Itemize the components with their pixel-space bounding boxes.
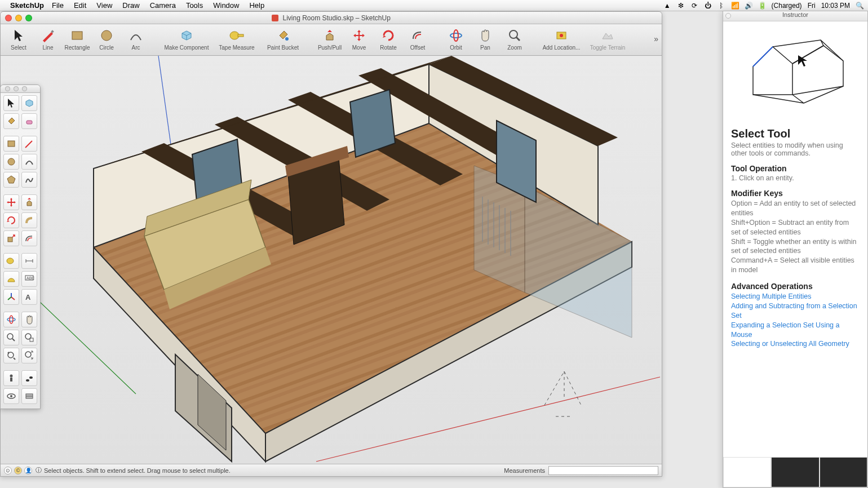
- palette-body: ABC A: [1, 93, 40, 409]
- select-tool-button[interactable]: Select: [4, 26, 33, 51]
- palette-text-button[interactable]: ABC: [21, 271, 37, 287]
- status-credits-icon[interactable]: ©: [14, 467, 22, 474]
- close-window-button[interactable]: [5, 15, 12, 21]
- palette-minimize-button[interactable]: [14, 86, 19, 91]
- pencil-icon: [40, 28, 56, 43]
- power-icon[interactable]: ⏻: [704, 2, 712, 10]
- palette-push-pull-button[interactable]: [21, 194, 37, 210]
- clock-day[interactable]: Fri: [808, 2, 816, 10]
- palette-follow-me-button[interactable]: [21, 212, 37, 228]
- offset-button[interactable]: Offset: [403, 26, 432, 51]
- palette-rectangle-button[interactable]: [3, 136, 19, 152]
- push-pull-button[interactable]: Push/Pull: [315, 26, 344, 51]
- menu-edit[interactable]: Edit: [74, 1, 86, 10]
- rotate-button[interactable]: Rotate: [374, 26, 403, 51]
- palette-walk-button[interactable]: [21, 370, 37, 386]
- timemachine-icon[interactable]: ⟳: [690, 2, 698, 10]
- tape-measure-button[interactable]: Tape Measure: [214, 26, 260, 51]
- palette-arc-button[interactable]: [21, 154, 37, 170]
- make-component-button[interactable]: Make Component: [160, 26, 214, 51]
- spotlight-icon[interactable]: 🔍: [856, 2, 863, 10]
- svg-line-79: [753, 47, 773, 66]
- line-tool-button[interactable]: Line: [33, 26, 63, 51]
- palette-paint-bucket-button[interactable]: [3, 113, 19, 129]
- instructor-titlebar[interactable]: Instructor: [723, 11, 867, 21]
- svg-line-66: [12, 339, 15, 341]
- palette-position-camera-button[interactable]: [3, 370, 19, 386]
- palette-close-button[interactable]: [5, 86, 10, 91]
- main-toolbar: Select Line Rectangle Circle Arc Make Co…: [1, 24, 662, 56]
- palette-circle-button[interactable]: [3, 154, 19, 170]
- circle-tool-button[interactable]: Circle: [92, 26, 121, 51]
- adv-link-multiple-entities[interactable]: Selecting Multiple Entities: [731, 292, 860, 301]
- pan-button[interactable]: Pan: [471, 26, 500, 51]
- menubar-right: ▲ ❇︎ ⟳ ⏻ ᛒ 📶 🔊 🔋 (Charged) Fri 10:03 PM …: [663, 2, 863, 10]
- paint-bucket-button[interactable]: Paint Bucket: [260, 26, 306, 51]
- sync-icon[interactable]: ❇︎: [677, 2, 685, 10]
- toolbar-overflow-icon[interactable]: »: [654, 34, 658, 43]
- toggle-terrain-button[interactable]: Toggle Terrain: [584, 26, 631, 51]
- clock-time[interactable]: 10:03 PM: [821, 2, 850, 10]
- move-button[interactable]: Move: [344, 26, 374, 51]
- palette-zoom-button[interactable]: [22, 86, 27, 91]
- app-title[interactable]: SketchUp: [10, 1, 44, 10]
- svg-point-70: [25, 352, 31, 357]
- document-titlebar[interactable]: Living Room Studio.skp – SketchUp: [1, 12, 662, 24]
- adv-link-select-all[interactable]: Selecting or Unselecting All Geometry: [731, 339, 860, 349]
- model-viewport[interactable]: [1, 56, 662, 464]
- palette-freehand-button[interactable]: [21, 172, 37, 188]
- orbit-button[interactable]: Orbit: [441, 26, 471, 51]
- palette-zoom-extents-button[interactable]: [21, 348, 37, 363]
- menu-camera[interactable]: Camera: [150, 1, 176, 10]
- minimize-window-button[interactable]: [15, 15, 22, 21]
- palette-orbit-button[interactable]: [3, 312, 19, 327]
- zoom-button[interactable]: Zoom: [500, 26, 529, 51]
- menu-window[interactable]: Window: [213, 1, 239, 10]
- palette-select-button[interactable]: [3, 95, 19, 111]
- palette-dimension-button[interactable]: [21, 253, 37, 269]
- palette-pan-button[interactable]: [21, 312, 37, 327]
- svg-point-71: [10, 375, 13, 378]
- help-icon[interactable]: ⓘ: [36, 466, 42, 474]
- palette-titlebar[interactable]: [1, 85, 40, 93]
- measurements-input[interactable]: [548, 466, 658, 475]
- palette-zoom-previous-button[interactable]: [3, 348, 19, 363]
- menu-help[interactable]: Help: [249, 1, 264, 10]
- adv-link-add-subtract[interactable]: Adding and Subtracting from a Selection …: [731, 301, 860, 321]
- palette-line-button[interactable]: [21, 136, 37, 152]
- add-location-button[interactable]: Add Location...: [538, 26, 584, 51]
- instructor-close-button[interactable]: [725, 13, 731, 19]
- svg-rect-1: [72, 32, 82, 39]
- rectangle-tool-button[interactable]: Rectangle: [63, 26, 92, 51]
- palette-rotate-button[interactable]: [3, 212, 19, 228]
- palette-scale-button[interactable]: [3, 230, 19, 246]
- battery-icon[interactable]: 🔋: [758, 2, 766, 10]
- arc-tool-button[interactable]: Arc: [121, 26, 150, 51]
- palette-offset-button[interactable]: [21, 230, 37, 246]
- palette-zoom-button[interactable]: [3, 330, 19, 345]
- palette-make-component-button[interactable]: [21, 95, 37, 111]
- menu-draw[interactable]: Draw: [122, 1, 139, 10]
- menu-view[interactable]: View: [96, 1, 112, 10]
- palette-tape-measure-button[interactable]: [3, 253, 19, 269]
- palette-axes-button[interactable]: [3, 289, 19, 305]
- svg-point-50: [8, 158, 15, 165]
- palette-3d-text-button[interactable]: A: [21, 289, 37, 305]
- status-user-icon[interactable]: 👤: [24, 467, 32, 474]
- palette-eraser-button[interactable]: [21, 113, 37, 129]
- bluetooth-icon[interactable]: ᛒ: [718, 2, 725, 10]
- menu-file[interactable]: File: [52, 1, 64, 10]
- palette-protractor-button[interactable]: [3, 271, 19, 287]
- gdrive-icon[interactable]: ▲: [663, 2, 671, 10]
- menu-tools[interactable]: Tools: [186, 1, 203, 10]
- zoom-window-button[interactable]: [25, 15, 32, 21]
- palette-section-plane-button[interactable]: [21, 388, 37, 404]
- volume-icon[interactable]: 🔊: [745, 2, 752, 10]
- palette-look-around-button[interactable]: [3, 388, 19, 404]
- palette-move-button[interactable]: [3, 194, 19, 210]
- palette-polygon-button[interactable]: [3, 172, 19, 188]
- adv-link-expand-mouse[interactable]: Expanding a Selection Set Using a Mouse: [731, 321, 860, 340]
- palette-zoom-window-button[interactable]: [21, 330, 37, 345]
- status-geolocation-icon[interactable]: ⊙: [4, 467, 12, 474]
- wifi-icon[interactable]: 📶: [731, 2, 739, 10]
